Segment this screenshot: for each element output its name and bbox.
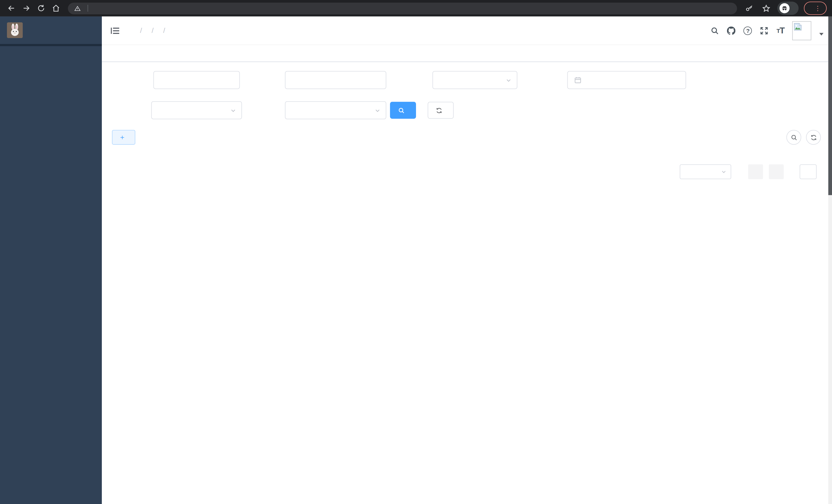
avatar-caret-icon[interactable] [820, 33, 824, 35]
search-icon[interactable] [711, 26, 719, 35]
forward-icon[interactable] [20, 2, 32, 14]
navbar: / / / ? TT [102, 17, 832, 45]
warning-icon [74, 5, 81, 11]
page-size-select[interactable] [680, 164, 731, 179]
search-icon [398, 107, 405, 114]
reload-icon[interactable] [35, 2, 47, 14]
logo-image [7, 22, 23, 38]
chevron-down-icon [721, 169, 727, 174]
chevron-down-icon [506, 77, 512, 83]
app-logo[interactable] [0, 17, 102, 44]
key-icon[interactable] [743, 2, 755, 14]
refresh-button[interactable] [806, 130, 821, 145]
window-scrollbar[interactable] [828, 17, 832, 504]
home-icon[interactable] [50, 2, 61, 14]
breadcrumb-separator: / [163, 26, 165, 34]
sidebar-submenu [0, 44, 102, 46]
result-select[interactable] [285, 101, 386, 119]
chevron-down-icon [230, 107, 236, 113]
hamburger-icon[interactable] [110, 25, 121, 36]
breadcrumb-separator: / [152, 26, 154, 34]
filter-row-2 [112, 101, 821, 119]
page-jump [796, 164, 821, 179]
update-button[interactable]: ⋮ [804, 2, 827, 15]
broken-image-icon [794, 23, 802, 31]
start-process-button[interactable]: ＋ [112, 130, 135, 145]
status-select[interactable] [151, 101, 242, 119]
submit-time-range-picker[interactable] [567, 71, 686, 89]
refresh-icon [810, 134, 817, 141]
avatar[interactable] [792, 21, 811, 40]
star-icon[interactable] [760, 2, 772, 14]
incognito-icon [780, 3, 789, 13]
help-icon[interactable]: ? [744, 26, 752, 35]
refresh-icon [436, 107, 442, 114]
process-definition-input[interactable] [285, 71, 386, 89]
sidebar [0, 17, 102, 504]
not-secure-badge[interactable] [74, 5, 83, 11]
filter-row-1 [112, 71, 821, 89]
prev-page-button[interactable] [748, 164, 763, 179]
reset-button[interactable] [427, 102, 453, 119]
next-page-button[interactable] [769, 164, 784, 179]
show-search-button[interactable] [786, 130, 801, 145]
browser-actions: ⋮ [743, 2, 827, 15]
jump-page-input[interactable] [800, 164, 816, 179]
table-toolbar: ＋ [112, 130, 821, 145]
address-divider [88, 5, 88, 12]
search-icon [790, 134, 797, 141]
chevron-down-icon [374, 107, 381, 113]
tag-tabs-bar [102, 45, 832, 62]
plus-icon: ＋ [119, 133, 126, 142]
navbar-actions: ? TT [711, 21, 824, 40]
page-content: ＋ [102, 62, 832, 504]
breadcrumb: / / / [135, 26, 170, 34]
process-category-select[interactable] [433, 71, 517, 89]
toolbar-right [786, 130, 821, 145]
browser-menu-icon[interactable]: ⋮ [814, 5, 821, 12]
github-icon[interactable] [727, 26, 735, 35]
calendar-icon [574, 76, 581, 84]
pagination [112, 164, 821, 179]
font-size-icon[interactable]: TT [777, 26, 784, 35]
search-button[interactable] [390, 102, 416, 119]
incognito-badge [777, 2, 799, 15]
address-bar[interactable] [68, 2, 737, 14]
back-icon[interactable] [5, 2, 17, 14]
browser-window: ⋮ / / / [0, 0, 832, 504]
browser-toolbar: ⋮ [0, 0, 832, 17]
fullscreen-icon[interactable] [760, 26, 769, 35]
scrollbar-thumb[interactable] [828, 17, 832, 195]
process-name-input[interactable] [153, 71, 240, 89]
breadcrumb-separator: / [140, 26, 142, 34]
